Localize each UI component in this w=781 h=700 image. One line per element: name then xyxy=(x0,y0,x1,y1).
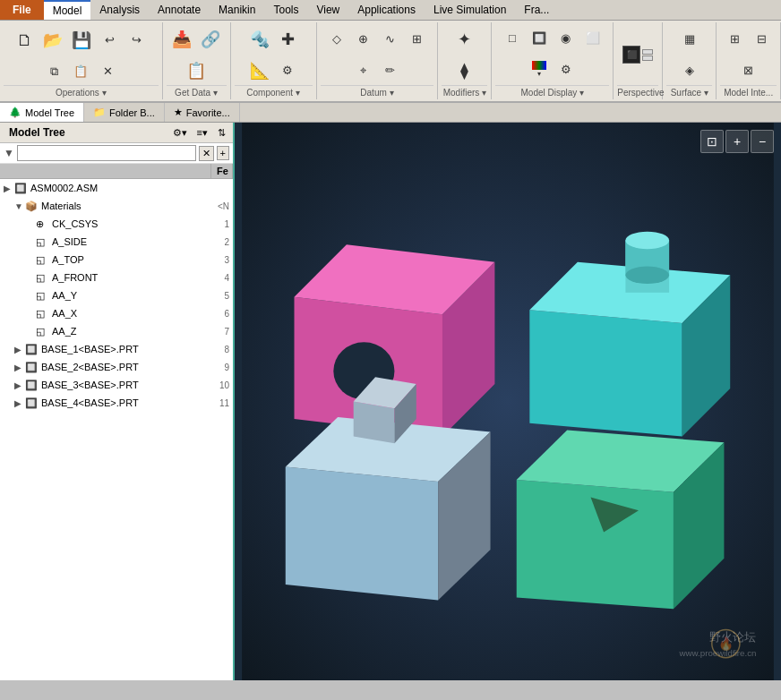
tree-base4[interactable]: ▶ 🔲 BASE_4<BASE>.PRT 11 xyxy=(0,394,233,412)
settings-btn[interactable]: ⚙▾ xyxy=(169,125,191,141)
surface-label[interactable]: Surface ▾ xyxy=(666,85,712,98)
menu-live-simulation[interactable]: Live Simulation xyxy=(425,0,515,20)
color-drop-icon: ▾ xyxy=(537,70,541,78)
merge-btn[interactable]: 🔗 xyxy=(197,29,224,50)
comp3-icon: 📐 xyxy=(250,63,270,79)
tree-base1[interactable]: ▶ 🔲 BASE_1<BASE>.PRT 8 xyxy=(0,340,233,358)
menu-model[interactable]: Model xyxy=(44,0,91,20)
point-btn[interactable]: ⊞ xyxy=(405,30,430,47)
aside-label: A_SIDE xyxy=(52,236,211,247)
op-undo-btn[interactable]: ↩ xyxy=(97,31,122,48)
menu-tools[interactable]: Tools xyxy=(264,0,307,20)
int2-btn[interactable]: ⊟ xyxy=(750,30,775,47)
zoom-in-btn[interactable]: + xyxy=(725,130,749,153)
shaded2-btn[interactable]: ⬜ xyxy=(580,30,605,47)
menu-analysis[interactable]: Analysis xyxy=(90,0,149,20)
columns-btn[interactable]: ≡▾ xyxy=(193,125,211,141)
zoom-fit-btn[interactable]: ⊡ xyxy=(700,130,724,153)
base3-expand[interactable]: ▶ xyxy=(14,380,25,390)
int2-icon: ⊟ xyxy=(757,33,767,45)
materials-icon: 📦 xyxy=(25,201,39,212)
wireframe-btn[interactable]: □ xyxy=(500,30,525,47)
comp3-btn[interactable]: 📐 xyxy=(246,60,273,81)
comp4-btn[interactable]: ⚙ xyxy=(275,62,300,79)
op-delete-btn[interactable]: ✕ xyxy=(95,63,120,80)
tab-favorites[interactable]: ★ Favorite... xyxy=(165,103,240,122)
int1-btn[interactable]: ⊞ xyxy=(723,30,748,47)
aaz-icon: ◱ xyxy=(36,326,50,337)
perspective-btn[interactable]: ⬛ xyxy=(619,43,657,66)
tree-root[interactable]: ▶ 🔲 ASM0002.ASM xyxy=(0,179,233,197)
curve-btn[interactable]: ∿ xyxy=(378,30,403,47)
root-expand-icon[interactable]: ▶ xyxy=(4,184,14,193)
hidden-btn[interactable]: 🔲 xyxy=(527,30,552,47)
mod2-btn[interactable]: ⧫ xyxy=(452,60,477,81)
shaded-btn[interactable]: ◉ xyxy=(554,30,579,47)
op-open-btn[interactable]: 📂 xyxy=(39,30,66,51)
atop-label: A_TOP xyxy=(52,254,211,265)
modifiers-label[interactable]: Modifiers ▾ xyxy=(442,85,487,98)
surface1-btn[interactable]: ▦ xyxy=(677,30,702,47)
tree-ck-csys[interactable]: ⊕ CK_CSYS 1 xyxy=(0,215,233,233)
disp-settings-btn[interactable]: ⚙ xyxy=(554,61,579,78)
csys-btn[interactable]: ⌖ xyxy=(351,62,376,79)
create-btn[interactable]: ✚ xyxy=(275,29,300,50)
tree-base2[interactable]: ▶ 🔲 BASE_2<BASE>.PRT 9 xyxy=(0,358,233,376)
afront-label: A_FRONT xyxy=(52,272,211,283)
new-icon: 🗋 xyxy=(17,32,33,48)
assemble-btn[interactable]: 🔩 xyxy=(246,29,273,50)
operations-label[interactable]: Operations ▾ xyxy=(4,85,159,98)
mod1-btn[interactable]: ✦ xyxy=(452,29,477,50)
tab-folder[interactable]: 📁 Folder B... xyxy=(84,103,165,122)
op-new-btn[interactable]: 🗋 xyxy=(13,30,38,51)
viewport[interactable]: ⊡ + − xyxy=(235,123,781,680)
surface2-btn[interactable]: ◈ xyxy=(677,62,702,79)
data3-btn[interactable]: 📋 xyxy=(183,60,210,81)
tree-a-front[interactable]: ◱ A_FRONT 4 xyxy=(0,269,233,286)
tree-a-side[interactable]: ◱ A_SIDE 2 xyxy=(0,233,233,251)
zoom-out-btn[interactable]: − xyxy=(751,130,774,153)
int3-btn[interactable]: ⊠ xyxy=(736,62,761,79)
ribbon: 🗋 📂 💾 ↩ ↪ ⧉ 📋 xyxy=(0,21,781,103)
color-btn[interactable]: ▾ xyxy=(527,58,552,81)
materials-expand-icon[interactable]: ▼ xyxy=(14,201,25,211)
file-menu[interactable]: File xyxy=(0,0,44,20)
3d-scene[interactable]: 野火论坛 www.proewildfire.cn 🔥 xyxy=(235,123,781,680)
tab-model-tree[interactable]: 🌲 Model Tree xyxy=(0,103,84,122)
menu-view[interactable]: View xyxy=(307,0,348,20)
tree-aa-z[interactable]: ◱ AA_Z 7 xyxy=(0,322,233,340)
sketch-btn[interactable]: ✏ xyxy=(378,62,403,79)
component-label[interactable]: Component ▾ xyxy=(235,85,313,98)
menu-annotate[interactable]: Annotate xyxy=(149,0,210,20)
search-input[interactable] xyxy=(17,145,196,161)
base4-expand[interactable]: ▶ xyxy=(14,398,25,408)
perspective-label[interactable]: Perspective xyxy=(617,85,658,98)
tree-aa-y[interactable]: ◱ AA_Y 5 xyxy=(0,286,233,304)
tree-aa-x[interactable]: ◱ AA_X 6 xyxy=(0,304,233,322)
filter-clear-btn[interactable]: ✕ xyxy=(199,146,214,161)
base1-expand[interactable]: ▶ xyxy=(14,345,25,354)
tree-base3[interactable]: ▶ 🔲 BASE_3<BASE>.PRT 10 xyxy=(0,376,233,394)
op-redo-btn[interactable]: ↪ xyxy=(124,31,149,48)
plane-btn[interactable]: ◇ xyxy=(324,30,349,47)
op-paste-btn[interactable]: 📋 xyxy=(68,63,93,80)
base2-expand[interactable]: ▶ xyxy=(14,363,25,372)
surface1-icon: ▦ xyxy=(684,33,695,45)
atop-icon: ◱ xyxy=(36,254,50,266)
aax-label: AA_X xyxy=(52,308,211,319)
op-copy-btn[interactable]: ⧉ xyxy=(41,63,66,80)
axis-btn[interactable]: ⊕ xyxy=(351,30,376,47)
menu-applications[interactable]: Applications xyxy=(348,0,425,20)
datum-label[interactable]: Datum ▾ xyxy=(321,85,434,98)
tree-materials[interactable]: ▼ 📦 Materials <N xyxy=(0,197,233,215)
get-data-label[interactable]: Get Data ▾ xyxy=(167,85,227,98)
menu-fra[interactable]: Fra... xyxy=(515,0,558,20)
filter-add-btn[interactable]: + xyxy=(217,146,229,160)
op-save-btn[interactable]: 💾 xyxy=(68,30,95,51)
tree-a-top[interactable]: ◱ A_TOP 3 xyxy=(0,251,233,269)
plane-icon: ◇ xyxy=(332,33,341,45)
sort-btn[interactable]: ⇅ xyxy=(214,125,229,141)
import-btn[interactable]: 📥 xyxy=(168,29,195,50)
menu-manikin[interactable]: Manikin xyxy=(210,0,264,20)
model-display-label[interactable]: Model Display ▾ xyxy=(495,85,609,98)
